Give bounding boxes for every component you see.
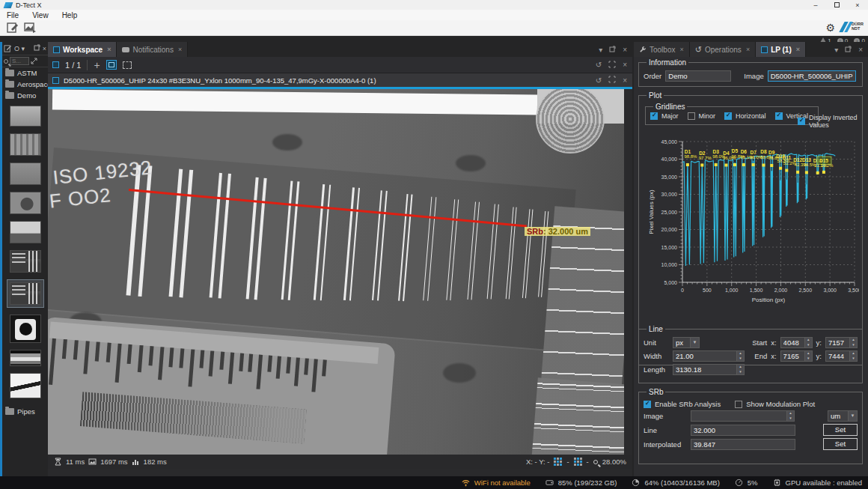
image-tab-title[interactable]: D5000-HR_500006_UHIP 24x30 #B3E3NU_Yxlon… — [64, 76, 376, 85]
minor-gridline-checkbox[interactable] — [688, 112, 695, 120]
vertical-gridline-checkbox[interactable] — [775, 112, 783, 120]
tab-notifications[interactable]: Notifications× — [117, 42, 188, 57]
srb-line-field[interactable] — [691, 425, 795, 436]
tab-close-icon[interactable]: × — [107, 46, 111, 53]
popout-icon[interactable] — [609, 46, 616, 54]
minimize-button[interactable]: – — [805, 1, 826, 9]
chevron-down-icon[interactable]: ▾ — [834, 46, 838, 54]
element-label: D7 — [750, 150, 757, 155]
length-field[interactable] — [673, 364, 736, 375]
tab-close-icon[interactable]: × — [746, 46, 750, 53]
element-percent: 97.7% — [699, 156, 712, 160]
thumbnail-half[interactable] — [10, 221, 41, 243]
end-y-field[interactable] — [825, 350, 849, 362]
tab-close-icon[interactable]: × — [679, 46, 683, 53]
chevron-down-icon[interactable]: ▾ — [599, 46, 602, 54]
enable-srb-checkbox[interactable] — [644, 401, 651, 408]
show-modulation-checkbox[interactable] — [735, 401, 742, 408]
display-inverted-checkbox[interactable] — [798, 118, 805, 125]
major-gridline-checkbox[interactable] — [650, 112, 658, 120]
image-label: Image — [744, 72, 763, 80]
start-y-field[interactable] — [825, 337, 849, 348]
folder-pipes[interactable]: Pipes — [2, 406, 48, 417]
reset-view-icon[interactable]: ↺ — [596, 76, 602, 85]
start-x-field[interactable] — [780, 337, 804, 348]
tab-close-icon[interactable]: × — [178, 46, 182, 53]
thumbnail-gauge[interactable] — [10, 250, 41, 273]
maximize-button[interactable] — [826, 1, 847, 9]
close-icon[interactable]: × — [858, 46, 863, 54]
set-interpolated-button[interactable]: Set — [823, 438, 858, 450]
srb-image-stepper[interactable]: ▲▼ — [691, 410, 795, 422]
thumbnail-circle-dark[interactable] — [10, 315, 41, 343]
menu-help[interactable]: Help — [55, 11, 85, 19]
tab-close-icon[interactable]: × — [796, 46, 800, 53]
thumbnail-blob[interactable] — [10, 192, 41, 214]
end-x-stepper[interactable]: ▲▼ — [780, 350, 813, 362]
menu-view[interactable]: View — [25, 11, 55, 19]
thumbnail-weld[interactable] — [10, 373, 41, 398]
expand-icon[interactable] — [31, 58, 37, 64]
zoom-level[interactable]: 28.00% — [602, 458, 626, 466]
pixel-grid-icon[interactable] — [574, 458, 582, 466]
srb-image-field[interactable] — [691, 410, 786, 422]
fit-screen-icon[interactable] — [608, 76, 616, 85]
thumbnail-bars[interactable] — [10, 133, 41, 156]
thumbnail-gauge[interactable] — [10, 282, 41, 305]
settings-gear-icon[interactable]: ⚙ — [825, 22, 835, 34]
pattern-bar — [294, 357, 300, 386]
length-stepper[interactable]: ▲▼ — [673, 364, 745, 375]
close-icon[interactable]: × — [623, 46, 627, 54]
srb-group: SRb Enable SRb Analysis Show Modulation … — [638, 388, 863, 464]
unit-dropdown[interactable]: px▼ — [673, 337, 700, 348]
collection-dropdown[interactable]: O ▾ — [14, 45, 25, 52]
popout-icon[interactable] — [845, 46, 852, 54]
menu-file[interactable]: File — [0, 11, 25, 19]
dip-marker — [724, 163, 727, 166]
horizontal-gridline-checkbox[interactable] — [724, 112, 732, 120]
srb-interpolated-field[interactable] — [691, 439, 795, 450]
end-y-stepper[interactable]: ▲▼ — [825, 350, 858, 362]
folder-astm[interactable]: ASTM — [2, 67, 48, 79]
tab-workspace[interactable]: Workspace× — [48, 42, 117, 57]
edit-icon[interactable] — [4, 44, 12, 52]
window-level-grid-icon[interactable] — [554, 458, 562, 466]
tab-lp[interactable]: LP (1)× — [756, 42, 806, 57]
thumbnail-plain-light[interactable] — [10, 106, 41, 127]
close-button[interactable]: × — [847, 1, 868, 9]
add-page-button[interactable]: + — [94, 61, 100, 70]
order-field[interactable] — [665, 70, 731, 82]
dip-marker — [686, 163, 689, 166]
image-field[interactable] — [768, 70, 856, 82]
new-report-icon[interactable] — [7, 22, 19, 34]
export-image-icon[interactable] — [24, 22, 37, 34]
select-all-icon[interactable] — [52, 61, 59, 68]
start-x-stepper[interactable]: ▲▼ — [780, 337, 813, 348]
layout-grid-button[interactable] — [106, 60, 117, 70]
width-stepper[interactable]: ▲▼ — [673, 350, 745, 362]
folder-aerospace[interactable]: Aerospace — [2, 79, 48, 90]
end-x-field[interactable] — [780, 350, 804, 362]
length-label: Length — [644, 365, 669, 374]
marquee-select-button[interactable] — [123, 61, 132, 69]
tab-toolbox[interactable]: Toolbox× — [634, 42, 690, 57]
srb-unit-dropdown[interactable]: um▼ — [828, 410, 858, 422]
search-input[interactable] — [10, 57, 29, 65]
fit-screen-icon[interactable] — [608, 61, 616, 70]
start-y-stepper[interactable]: ▲▼ — [825, 337, 858, 348]
set-line-button[interactable]: Set — [823, 424, 858, 436]
folder-demo[interactable]: Demo — [2, 90, 48, 101]
memory-usage: 64% (10403/16136 MB) — [644, 479, 719, 487]
image-tab-icon[interactable] — [52, 77, 59, 84]
radiograph-viewport[interactable]: ISO 19232 F OO2 SRb: 32.000 um — [48, 89, 624, 455]
close-icon[interactable]: × — [623, 76, 627, 85]
popout-icon[interactable] — [34, 44, 40, 52]
close-icon[interactable]: × — [623, 61, 627, 69]
width-field[interactable] — [673, 350, 736, 362]
close-panel-icon[interactable]: × — [43, 45, 46, 52]
tab-operations[interactable]: ↺ Operations× — [690, 42, 756, 57]
svg-text:1,500: 1,500 — [750, 288, 763, 293]
thumbnail-plain[interactable] — [10, 163, 41, 185]
thumbnail-strip[interactable] — [10, 350, 41, 366]
reset-view-icon[interactable]: ↺ — [596, 61, 602, 69]
